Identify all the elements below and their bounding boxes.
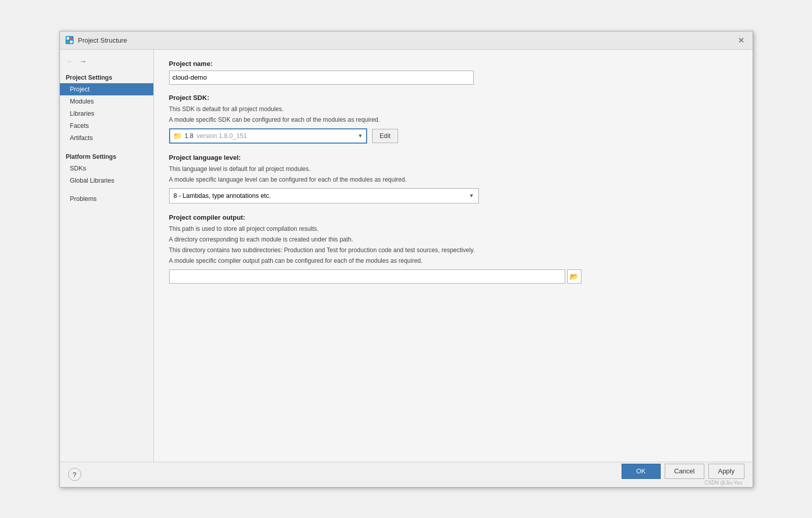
language-level-value: 8 - Lambdas, type annotations etc.	[174, 192, 271, 199]
sidebar-item-libraries[interactable]: Libraries	[60, 108, 153, 120]
browse-folder-button[interactable]: 📂	[567, 269, 581, 284]
compiler-desc1: This path is used to store all project c…	[169, 224, 737, 233]
compiler-output-input[interactable]	[169, 269, 565, 284]
watermark: CSDN @Jiu-You	[704, 480, 744, 486]
compiler-desc4: A module specific compiler output path c…	[169, 256, 737, 265]
window-title: Project Structure	[78, 37, 127, 44]
compiler-desc2: A directory corresponding to each module…	[169, 235, 737, 244]
sidebar-item-problems[interactable]: Problems	[60, 193, 153, 205]
title-bar: Project Structure ✕	[60, 31, 753, 50]
project-lang-desc2: A module specific language level can be …	[169, 175, 737, 184]
edit-sdk-button[interactable]: Edit	[372, 129, 399, 143]
project-sdk-desc2: A module specific SDK can be configured …	[169, 115, 737, 124]
sidebar-item-project[interactable]: Project	[60, 83, 153, 95]
folder-icon: 📂	[570, 272, 578, 281]
title-bar-left: Project Structure	[65, 36, 127, 45]
app-icon	[65, 36, 74, 45]
dialog-footer: ? OK Cancel Apply CSDN @Jiu-You	[60, 462, 753, 487]
sdk-version-major: 1.8	[185, 132, 193, 140]
sidebar-item-artifacts[interactable]: Artifacts	[60, 132, 153, 144]
project-structure-dialog: Project Structure ✕ ← → Project Settings…	[59, 31, 753, 488]
ok-button[interactable]: OK	[622, 464, 661, 479]
sdk-row: 📁 1.8 version 1.8.0_151 ▼ Edit	[169, 128, 737, 144]
sidebar-item-modules[interactable]: Modules	[60, 95, 153, 108]
lang-dropdown-arrow: ▼	[469, 193, 474, 198]
project-name-input[interactable]	[169, 71, 474, 85]
project-compiler-label: Project compiler output:	[169, 214, 737, 221]
svg-rect-3	[67, 41, 69, 43]
footer-buttons: OK Cancel Apply	[622, 464, 744, 479]
project-lang-label: Project language level:	[169, 154, 737, 161]
sdk-select-inner: 📁 1.8 version 1.8.0_151	[173, 132, 247, 140]
help-button[interactable]: ?	[68, 468, 81, 481]
project-settings-section: Project Settings	[60, 71, 153, 83]
sdk-dropdown[interactable]: 📁 1.8 version 1.8.0_151 ▼	[169, 128, 367, 144]
sdk-folder-icon: 📁	[173, 132, 182, 140]
sidebar: ← → Project Settings Project Modules Lib…	[60, 50, 154, 462]
main-content: Project name: Project SDK: This SDK is d…	[154, 50, 753, 462]
sidebar-item-facets[interactable]: Facets	[60, 120, 153, 132]
platform-settings-section: Platform Settings	[60, 150, 153, 162]
sidebar-item-global-libraries[interactable]: Global Libraries	[60, 175, 153, 187]
language-level-dropdown[interactable]: 8 - Lambdas, type annotations etc. ▼	[169, 188, 479, 203]
svg-rect-2	[70, 37, 73, 40]
footer-right-wrapper: OK Cancel Apply CSDN @Jiu-You	[622, 464, 744, 486]
close-button[interactable]: ✕	[735, 34, 748, 46]
svg-rect-1	[67, 37, 69, 40]
sdk-version-full: version 1.8.0_151	[197, 132, 247, 140]
project-name-label: Project name:	[169, 60, 737, 67]
nav-back-button[interactable]: ←	[64, 56, 76, 67]
project-sdk-label: Project SDK:	[169, 94, 737, 101]
project-sdk-desc1: This SDK is default for all project modu…	[169, 105, 737, 114]
dialog-body: ← → Project Settings Project Modules Lib…	[60, 50, 753, 462]
cancel-button[interactable]: Cancel	[665, 464, 704, 479]
apply-button[interactable]: Apply	[708, 464, 744, 479]
sidebar-item-sdks[interactable]: SDKs	[60, 162, 153, 175]
nav-buttons: ← →	[60, 54, 153, 71]
footer-left: ?	[68, 468, 81, 481]
nav-forward-button[interactable]: →	[77, 56, 89, 67]
compiler-desc3: This directory contains two subdirectori…	[169, 246, 737, 255]
sdk-dropdown-arrow: ▼	[358, 133, 363, 139]
compiler-output-row: 📂	[169, 269, 737, 284]
svg-rect-4	[70, 41, 73, 43]
project-lang-desc1: This language level is default for all p…	[169, 164, 737, 174]
